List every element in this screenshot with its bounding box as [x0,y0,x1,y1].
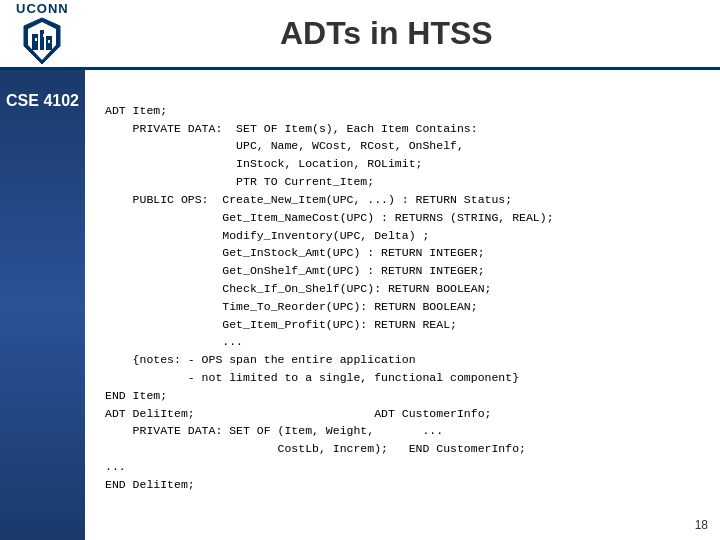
page-number: 18 [695,518,708,532]
logo-area: UCONN [16,1,69,66]
svg-rect-7 [48,40,50,43]
code-block: ADT Item; PRIVATE DATA: SET OF Item(s), … [105,84,700,512]
main-content: ADT Item; PRIVATE DATA: SET OF Item(s), … [85,70,720,540]
uconn-shield-icon [22,16,62,66]
uconn-text: UCONN [16,1,69,16]
svg-rect-3 [40,30,44,50]
course-label: CSE 4102 [6,90,79,112]
svg-rect-2 [32,34,38,50]
page-title: ADTs in HTSS [69,15,704,52]
uconn-logo: UCONN [16,1,69,66]
svg-rect-5 [35,38,37,41]
header: UCONN ADTs in HTSS [0,0,720,70]
sidebar: CSE 4102 [0,70,85,540]
svg-rect-6 [43,34,45,37]
